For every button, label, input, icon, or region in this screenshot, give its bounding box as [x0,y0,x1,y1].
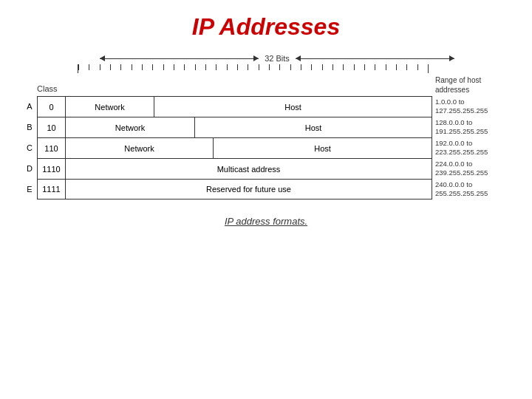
tick-mark [406,64,407,70]
class-e-label: E [22,179,37,200]
bits-label: 32 Bits [259,54,296,63]
page: IP Addresses 32 Bits Range of hostad [0,0,532,399]
range-c: 192.0.0.0 to223.255.255.255 [432,137,510,158]
bits-line: 32 Bits [100,54,454,63]
tick-mark [343,64,344,70]
network-b: Network [66,117,195,137]
tick-mark [417,64,418,70]
tick-mark [132,64,132,70]
tick-mark [279,64,280,70]
tick-mark [322,64,323,70]
tick-mark [216,64,216,70]
tick-mark [120,64,121,70]
row-e: E 1111 Reserved for future use 240.0.0.0… [22,179,510,200]
row-e-cells: 1111 Reserved for future use [37,179,432,200]
tick-mark [364,64,365,70]
prefix-a: 0 [38,97,66,117]
tick-mark [428,64,429,70]
tick-mark [311,64,312,70]
tick-mark [269,64,270,70]
tick-mark [195,64,196,70]
row-b-cells: 10 Network Host [37,117,432,137]
host-b: Host [195,117,432,137]
prefix-c: 110 [38,138,66,158]
tick-mark [386,64,386,70]
tick-mark [163,64,164,70]
tick-mark [354,64,355,70]
caption: IP address formats. [225,216,307,227]
ticks-row [22,64,510,73]
tick-mark [248,64,248,70]
tick-mark [375,64,375,70]
class-c-label: C [22,137,37,158]
range-d: 224.0.0.0 to239.255.255.255 [432,158,510,179]
range-e: 240.0.0.0 to255.255.255.255 [432,179,510,200]
network-c: Network [66,138,214,158]
tick-mark [332,64,333,70]
row-d: D 1110 Multicast address 224.0.0.0 to239… [22,158,510,179]
prefix-d: 1110 [38,159,66,179]
row-a-cells: 0 Network Host [37,96,432,117]
row-c-cells: 110 Network Host [37,137,432,158]
tick-mark [259,64,259,70]
class-label: Class [37,84,58,93]
arrow-line [100,58,259,59]
tick-mark [227,64,228,70]
prefix-e: 1111 [38,180,66,199]
prefix-b: 10 [38,117,66,137]
row-c: C 110 Network Host 192.0.0.0 to223.255.2… [22,137,510,158]
tick-mark [184,64,185,70]
tick-mark [100,64,100,70]
host-c: Host [214,138,432,158]
range-b: 128.0.0.0 to191.255.255.255 [432,117,510,137]
tick-mark [152,64,153,70]
tick-mark [89,64,89,70]
page-title: IP Addresses [192,13,340,41]
tick-mark [78,64,79,70]
network-a: Network [66,97,154,117]
row-a: A 0 Network Host 1.0.0.0 to127.255.255.2… [22,96,510,117]
class-b-label: B [22,117,37,137]
tick-mark [290,64,291,70]
ticks-container [78,64,429,73]
multicast-d: Multicast address [66,159,432,179]
tick-mark [237,64,238,70]
bits-row: 32 Bits [22,54,510,63]
tick-mark [110,64,111,70]
range-header: Range of hostaddresses [432,76,510,95]
row-b: B 10 Network Host 128.0.0.0 to191.255.25… [22,117,510,137]
tick-mark [396,64,397,70]
tick-mark [174,64,174,70]
tick-mark [205,64,206,70]
host-a: Host [154,97,432,117]
class-d-label: D [22,158,37,179]
table-header: Range of hostaddresses [22,76,510,95]
range-a: 1.0.0.0 to127.255.255.255 [432,96,510,117]
row-d-cells: 1110 Multicast address [37,158,432,179]
diagram: 32 Bits Range of hostaddresses Class [22,54,510,200]
class-a-label: A [22,96,37,117]
tick-mark [301,64,301,70]
reserved-e: Reserved for future use [66,180,432,199]
arrow-line-right [296,58,454,59]
tick-mark [142,64,143,70]
